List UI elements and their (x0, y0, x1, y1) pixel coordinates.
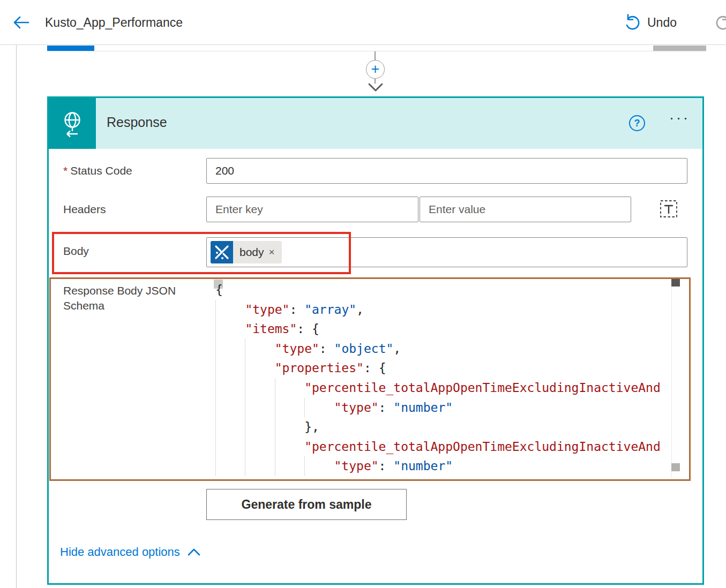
menu-button[interactable]: ··· (669, 110, 690, 126)
code-line: "type": "object", (215, 339, 670, 359)
code-line: "items": { (215, 319, 670, 339)
ellipsis-icon: ··· (669, 110, 690, 126)
token-label: body (239, 246, 264, 259)
help-button[interactable]: ? (629, 115, 645, 131)
schema-label: Response Body JSON Schema (63, 283, 197, 314)
code-line: { (215, 280, 670, 300)
insert-step-button[interactable]: + (366, 60, 385, 79)
flow-title: Kusto_App_Performance (45, 16, 183, 30)
undo-button[interactable]: Undo (625, 14, 677, 31)
headers-label: Headers (63, 202, 106, 217)
scrollbar-thumb[interactable] (671, 278, 680, 287)
code-line: "type": "array", (215, 300, 670, 320)
scrollbar-corner (671, 463, 680, 471)
text-mode-icon (660, 200, 678, 218)
code-line: "percentile_totalAppOpenTimeExcludingIna… (215, 437, 670, 457)
globe-response-icon (59, 110, 85, 138)
status-code-input[interactable] (206, 158, 687, 184)
response-connector-icon (49, 98, 96, 149)
card-title: Response (107, 115, 167, 130)
redo-icon (715, 14, 726, 31)
advanced-link-label: Hide advanced options (60, 545, 180, 559)
arrow-down-icon (367, 82, 384, 93)
chevron-up-icon (187, 548, 201, 556)
code-line: "type": "number" (215, 456, 670, 476)
generate-from-sample-button[interactable]: Generate from sample (206, 489, 407, 520)
connector-line (375, 51, 376, 61)
editor-vertical-scrollbar[interactable] (671, 278, 680, 478)
body-label: Body (63, 244, 89, 259)
previous-card-bottom-edge (47, 51, 706, 51)
undo-label: Undo (647, 16, 677, 30)
schema-code: {"type": "array","items": {"type": "obje… (215, 280, 670, 478)
topbar: Kusto_App_Performance Undo (0, 0, 726, 45)
canvas-left-edge (16, 45, 17, 588)
body-token[interactable]: body × (211, 241, 282, 263)
code-line: }, (215, 417, 670, 437)
headers-value-input[interactable] (420, 197, 631, 222)
headers-key-input[interactable] (206, 197, 418, 222)
power-automate-designer: Kusto_App_Performance Undo + (0, 0, 726, 588)
arrow-left-icon (12, 15, 30, 30)
response-card: Response ? ··· *Status Code Headers Body (47, 96, 704, 585)
card-header[interactable]: Response ? ··· (49, 98, 702, 149)
body-input[interactable]: body × (206, 237, 687, 267)
status-code-label-text: Status Code (70, 164, 132, 177)
body-token-icon (211, 241, 233, 263)
status-code-label: *Status Code (63, 163, 132, 178)
json-schema-editor[interactable]: {"type": "array","items": {"type": "obje… (206, 278, 687, 478)
hide-advanced-options-link[interactable]: Hide advanced options (60, 545, 201, 559)
code-line: "percentile_totalAppOpenTimeExcludingIna… (215, 378, 670, 398)
required-asterisk: * (63, 164, 68, 177)
code-line: "properties": { (215, 358, 670, 378)
switch-to-text-mode-button[interactable] (660, 200, 678, 218)
undo-icon (625, 14, 641, 31)
code-line: "type": "number" (215, 398, 670, 418)
redo-button[interactable] (715, 14, 726, 33)
back-button[interactable] (12, 15, 30, 32)
plus-icon: + (371, 61, 380, 77)
token-remove-button[interactable]: × (267, 241, 282, 263)
help-icon: ? (634, 118, 640, 129)
